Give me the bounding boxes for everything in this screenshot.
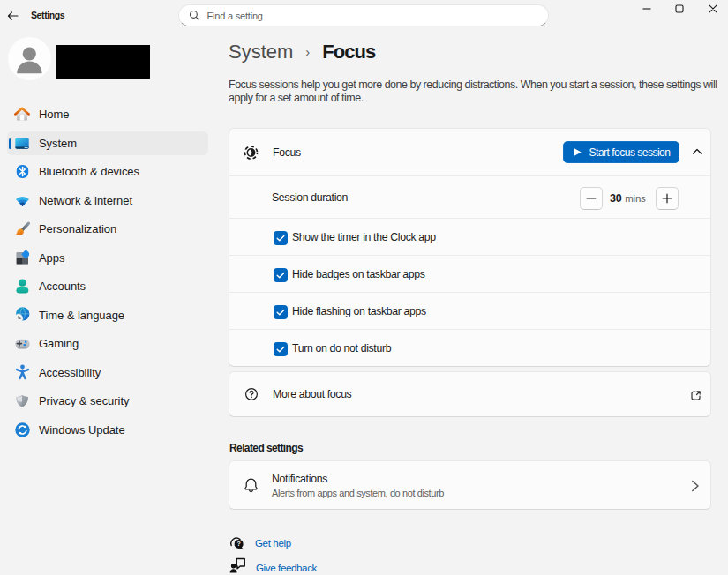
svg-text:?: ? bbox=[236, 541, 240, 547]
